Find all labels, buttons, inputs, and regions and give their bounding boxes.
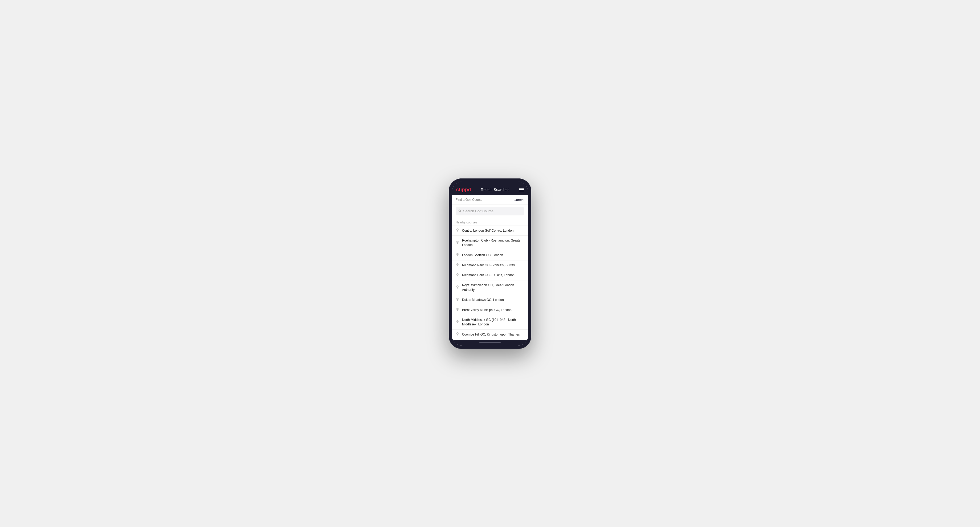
search-icon [458, 209, 461, 214]
svg-point-4 [457, 254, 458, 255]
home-indicator [452, 340, 528, 346]
course-item-5[interactable]: Royal Wimbledon GC, Great London Authori… [452, 280, 528, 295]
course-name: Central London Golf Centre, London [462, 229, 514, 233]
course-item-6[interactable]: Dukes Meadows GC, London [452, 295, 528, 305]
course-name: Dukes Meadows GC, London [462, 298, 504, 302]
svg-point-9 [457, 309, 458, 310]
pin-icon [456, 308, 459, 312]
search-input[interactable] [463, 209, 522, 213]
svg-point-8 [457, 298, 458, 299]
course-name: Roehampton Club - Roehampton, Greater Lo… [462, 238, 524, 248]
find-label: Find a Golf Course [456, 198, 482, 202]
course-name: North Middlesex GC (1011942 - North Midd… [462, 318, 524, 327]
pin-icon [456, 263, 459, 267]
menu-icon[interactable] [519, 188, 524, 191]
pin-icon [456, 229, 459, 233]
svg-point-7 [457, 286, 458, 287]
course-item-0[interactable]: Central London Golf Centre, London [452, 226, 528, 236]
nav-title: Recent Searches [480, 187, 509, 192]
search-box [456, 207, 524, 216]
pin-icon [456, 332, 459, 337]
course-name: London Scottish GC, London [462, 253, 503, 257]
pin-icon [456, 241, 459, 245]
home-bar [479, 342, 501, 343]
course-item-9[interactable]: Coombe Hill GC, Kingston upon Thames [452, 330, 528, 340]
course-item-3[interactable]: Richmond Park GC - Prince's, Surrey [452, 260, 528, 271]
nearby-section: Nearby courses Central London Golf Centr… [452, 218, 528, 340]
course-item-4[interactable]: Richmond Park GC - Duke's, London [452, 270, 528, 280]
phone-frame: clippd Recent Searches Find a Golf Cours… [449, 178, 531, 349]
course-name: Richmond Park GC - Duke's, London [462, 273, 514, 278]
pin-icon [456, 253, 459, 257]
pin-icon [456, 320, 459, 324]
phone-notch [452, 182, 528, 184]
svg-point-5 [457, 264, 458, 265]
course-item-1[interactable]: Roehampton Club - Roehampton, Greater Lo… [452, 236, 528, 250]
find-header: Find a Golf Course Cancel [452, 195, 528, 205]
course-item-7[interactable]: Brent Valley Municipal GC, London [452, 305, 528, 315]
svg-point-6 [457, 274, 458, 275]
course-name: Richmond Park GC - Prince's, Surrey [462, 263, 515, 268]
main-content: Find a Golf Course Cancel Nearby [452, 195, 528, 340]
svg-point-10 [457, 321, 458, 322]
pin-icon [456, 273, 459, 278]
course-name: Brent Valley Municipal GC, London [462, 308, 512, 313]
phone-screen: clippd Recent Searches Find a Golf Cours… [452, 182, 528, 346]
course-name: Coombe Hill GC, Kingston upon Thames [462, 332, 520, 337]
svg-point-2 [457, 229, 458, 230]
course-name: Royal Wimbledon GC, Great London Authori… [462, 283, 524, 292]
cancel-button[interactable]: Cancel [514, 198, 524, 202]
pin-icon [456, 298, 459, 302]
nearby-header: Nearby courses [452, 218, 528, 226]
app-logo: clippd [456, 187, 471, 192]
nav-bar: clippd Recent Searches [452, 184, 528, 195]
course-item-8[interactable]: North Middlesex GC (1011942 - North Midd… [452, 315, 528, 330]
svg-line-1 [460, 211, 461, 212]
svg-point-11 [457, 333, 458, 334]
svg-point-3 [457, 241, 458, 242]
course-item-2[interactable]: London Scottish GC, London [452, 250, 528, 260]
search-box-wrapper [452, 205, 528, 218]
pin-icon [456, 286, 459, 290]
